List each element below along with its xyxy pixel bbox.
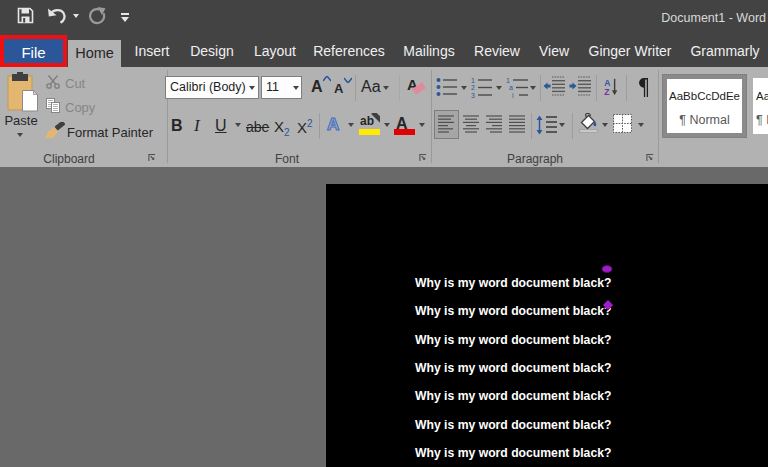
svg-text:2: 2 <box>471 84 475 91</box>
svg-text:a: a <box>509 84 513 91</box>
svg-text:1: 1 <box>471 77 475 84</box>
svg-text:i: i <box>512 92 514 99</box>
svg-text:1: 1 <box>506 77 510 84</box>
svg-text:3: 3 <box>471 92 475 99</box>
svg-text:Z: Z <box>604 87 609 97</box>
